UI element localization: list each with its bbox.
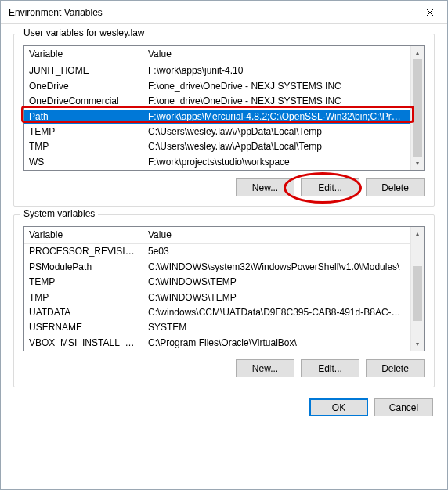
user-col-variable[interactable]: Variable xyxy=(24,46,143,63)
ok-button[interactable]: OK xyxy=(309,398,368,416)
cancel-button[interactable]: Cancel xyxy=(374,398,433,416)
system-vars-legend: System variables xyxy=(20,208,98,219)
close-button[interactable] xyxy=(412,1,447,24)
user-var-value: C:\Users\wesley.law\AppData\Local\Temp xyxy=(143,124,410,139)
sys-var-value: C:\windows\CCM\UATData\D9F8C395-CAB8-491… xyxy=(143,305,410,320)
dialog-body: User variables for wesley.law Variable V… xyxy=(1,24,447,489)
user-var-value: F:\work\apps\Mercurial-4.8.2;C:\OpenSSL-… xyxy=(143,110,410,124)
scroll-thumb[interactable] xyxy=(413,266,422,321)
user-vars-legend: User variables for wesley.law xyxy=(20,27,148,38)
system-buttons: New... Edit... Delete xyxy=(23,359,425,377)
sys-var-name: TEMP xyxy=(24,275,143,290)
user-edit-button[interactable]: Edit... xyxy=(301,178,359,196)
user-var-value: F:\work\projects\studio\workspace xyxy=(143,155,410,170)
user-buttons: New... Edit... Delete xyxy=(23,178,425,196)
user-vars-group: User variables for wesley.law Variable V… xyxy=(13,34,435,207)
user-vars-list[interactable]: Variable Value JUNIT_HOMEF:\work\apps\ju… xyxy=(23,45,425,171)
user-var-name: JUNIT_HOME xyxy=(24,63,143,78)
user-var-name: TEMP xyxy=(24,124,143,139)
scroll-up-icon[interactable]: ▴ xyxy=(411,227,424,240)
scroll-down-icon[interactable]: ▾ xyxy=(411,157,424,170)
system-vars-list[interactable]: Variable Value PROCESSOR_REVISION5e03PSM… xyxy=(23,226,425,351)
user-var-name: WS xyxy=(24,155,143,170)
dialog-footer: OK Cancel xyxy=(13,395,435,418)
window-title: Environment Variables xyxy=(1,7,103,18)
sys-var-name: TMP xyxy=(24,290,143,305)
user-var-name: OneDrive xyxy=(24,79,143,94)
user-new-button[interactable]: New... xyxy=(236,178,294,196)
user-var-value: C:\Users\wesley.law\AppData\Local\Temp xyxy=(143,139,410,154)
sys-var-name: PSModulePath xyxy=(24,260,143,275)
sys-var-value: C:\WINDOWS\TEMP xyxy=(143,275,410,290)
sys-var-value: C:\WINDOWS\system32\WindowsPowerShell\v1… xyxy=(143,260,410,275)
sys-var-name: VBOX_MSI_INSTALL_PATH xyxy=(24,336,143,351)
sys-var-value: C:\WINDOWS\TEMP xyxy=(143,290,410,305)
user-col-value[interactable]: Value xyxy=(143,46,410,63)
scroll-down-icon[interactable]: ▾ xyxy=(411,337,424,351)
user-var-name: TMP xyxy=(24,139,143,154)
sys-var-name: PROCESSOR_REVISION xyxy=(24,244,143,259)
user-var-value: F:\one_drive\OneDrive - NEXJ SYSTEMS INC xyxy=(143,79,410,94)
env-vars-dialog: Environment Variables User variables for… xyxy=(0,0,448,490)
close-icon xyxy=(426,9,434,16)
sys-var-name: UATDATA xyxy=(24,305,143,320)
sys-edit-button[interactable]: Edit... xyxy=(301,359,359,377)
scroll-thumb[interactable] xyxy=(413,59,422,157)
user-scrollbar[interactable]: ▴ ▾ xyxy=(410,46,424,170)
sys-scrollbar[interactable]: ▴ ▾ xyxy=(410,227,424,351)
user-var-name: Path xyxy=(24,110,143,124)
user-var-name: OneDriveCommercial xyxy=(24,94,143,109)
scroll-up-icon[interactable]: ▴ xyxy=(411,46,424,59)
user-var-value: F:\work\apps\junit-4.10 xyxy=(143,63,410,78)
sys-var-name: USERNAME xyxy=(24,320,143,335)
sys-col-value[interactable]: Value xyxy=(143,227,410,244)
system-vars-group: System variables Variable Value PROCESSO… xyxy=(13,214,435,387)
sys-var-value: C:\Program Files\Oracle\VirtualBox\ xyxy=(143,336,410,351)
user-var-value: F:\one_drive\OneDrive - NEXJ SYSTEMS INC xyxy=(143,94,410,109)
sys-var-value: 5e03 xyxy=(143,244,410,259)
user-delete-button[interactable]: Delete xyxy=(366,178,425,196)
sys-var-value: SYSTEM xyxy=(143,320,410,335)
titlebar: Environment Variables xyxy=(1,1,447,24)
sys-new-button[interactable]: New... xyxy=(236,359,294,377)
sys-col-variable[interactable]: Variable xyxy=(24,227,143,244)
sys-delete-button[interactable]: Delete xyxy=(366,359,425,377)
